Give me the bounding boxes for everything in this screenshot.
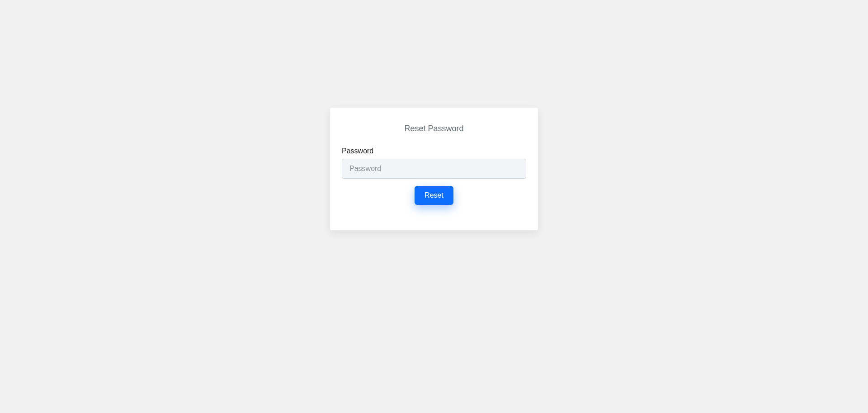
reset-password-card: Reset Password Password Reset	[330, 108, 538, 230]
reset-button[interactable]: Reset	[415, 186, 453, 205]
card-title: Reset Password	[342, 124, 526, 133]
password-label: Password	[342, 147, 526, 155]
button-row: Reset	[342, 186, 526, 205]
password-input[interactable]	[342, 159, 526, 179]
